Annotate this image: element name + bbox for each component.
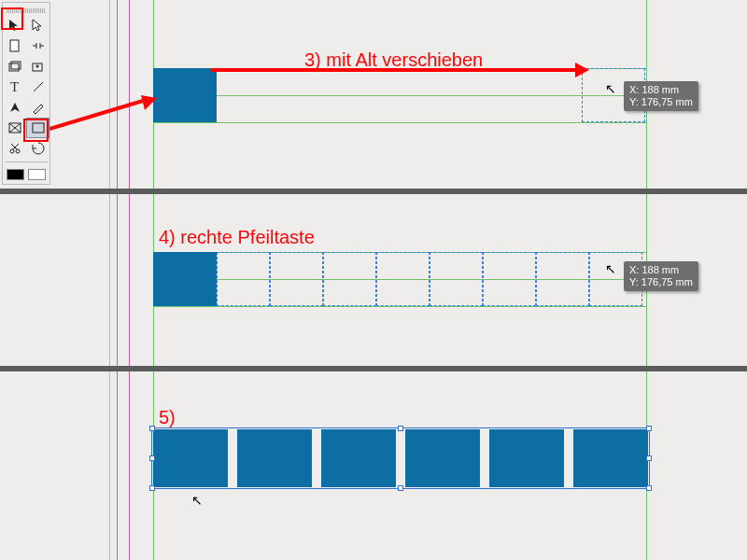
page-edge (117, 194, 118, 366)
svg-rect-0 (10, 40, 19, 51)
svg-marker-12 (575, 63, 589, 77)
coord-y: Y: 176,75 mm (629, 276, 693, 287)
type-tool[interactable]: T (3, 77, 26, 97)
swatch-row (3, 165, 49, 184)
page-edge (117, 371, 118, 560)
cursor-icon: ↖ (191, 493, 203, 508)
content-collector-tool[interactable] (3, 56, 26, 77)
cursor-icon: ↖ (605, 261, 616, 276)
rectangle-tool[interactable] (26, 118, 49, 138)
free-transform-tool[interactable] (26, 138, 49, 159)
line-tool[interactable] (26, 77, 49, 97)
coord-y: Y: 176,75 mm (629, 96, 693, 107)
direct-selection-tool[interactable] (26, 15, 49, 35)
svg-rect-8 (33, 123, 44, 133)
stroke-swatch[interactable] (28, 169, 46, 180)
page-edge (117, 0, 118, 189)
row-guide (153, 306, 646, 307)
fill-swatch[interactable] (7, 169, 24, 180)
bleed-guide (129, 194, 130, 366)
tools-panel: T (2, 2, 50, 185)
scissors-tool[interactable] (3, 138, 26, 159)
row-guide (153, 95, 646, 96)
pen-tool[interactable] (3, 97, 26, 118)
arrow-step3 (211, 61, 589, 79)
repeat-ghost (430, 252, 483, 306)
svg-point-9 (10, 149, 14, 153)
bleed-guide (129, 0, 130, 189)
repeat-ghost (323, 252, 376, 306)
gap-tool[interactable] (26, 35, 49, 56)
arrow-step1 (49, 95, 157, 133)
svg-point-10 (16, 149, 20, 153)
page-tool[interactable] (3, 35, 26, 56)
canvas-pane-1: 3) mit Alt verschieben ↖ X: 188 mm Y: 17… (0, 0, 747, 189)
canvas-pane-3: 5) ↖ (0, 371, 747, 560)
ruler-line (109, 194, 110, 366)
canvas-pane-2: 4) rechte Pfeiltaste ↖ X: 188 mm Y: 176,… (0, 194, 747, 366)
ruler-line (109, 0, 110, 189)
source-rectangle[interactable] (153, 252, 217, 306)
repeat-ghost (217, 252, 270, 306)
label-step5: 5) (159, 407, 176, 428)
pencil-tool[interactable] (26, 97, 49, 118)
repeat-ghost (483, 252, 536, 306)
panel-grip[interactable] (7, 8, 46, 13)
smart-coords-1: X: 188 mm Y: 176,75 mm (624, 81, 698, 111)
selection-tool[interactable] (3, 15, 26, 35)
svg-line-13 (49, 101, 143, 129)
row-guide-2 (153, 122, 646, 123)
rectangle-frame-tool[interactable] (3, 118, 26, 138)
bleed-guide (129, 371, 130, 560)
smart-coords-2: X: 188 mm Y: 176,75 mm (624, 261, 698, 291)
repeat-ghost (376, 252, 430, 306)
source-rectangle[interactable] (153, 68, 217, 122)
label-step4: 4) rechte Pfeiltaste (159, 227, 315, 248)
cursor-icon: ↖ (605, 81, 616, 96)
svg-marker-14 (141, 95, 157, 110)
coord-x: X: 188 mm (629, 264, 679, 275)
repeat-ghost (536, 252, 589, 306)
ruler-line (109, 371, 110, 560)
coord-x: X: 188 mm (629, 84, 679, 95)
svg-line-4 (34, 82, 43, 91)
selection-bounds (151, 427, 650, 489)
content-placer-tool[interactable] (26, 56, 49, 77)
repeat-ghost (270, 252, 323, 306)
